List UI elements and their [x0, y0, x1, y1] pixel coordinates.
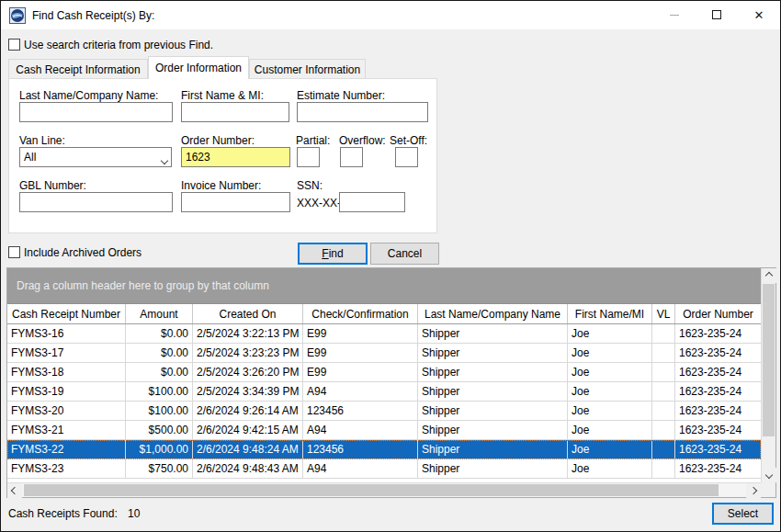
grid-cell[interactable]: E99 [303, 344, 418, 362]
gbl-number-input[interactable] [19, 192, 173, 212]
horizontal-scroll-thumb[interactable] [24, 484, 719, 496]
column-header[interactable]: Created On [193, 304, 303, 323]
vertical-scrollbar[interactable] [761, 268, 775, 482]
grid-cell[interactable]: $0.00 [126, 363, 193, 381]
grid-cell[interactable]: A94 [303, 459, 418, 478]
grid-cell[interactable]: Shipper [418, 344, 568, 362]
table-row[interactable]: FYMS3-23$750.002/6/2024 9:48:43 AMA94Shi… [7, 459, 761, 479]
column-header[interactable]: Amount [126, 304, 193, 323]
grid-cell[interactable]: $100.00 [126, 402, 193, 420]
grid-cell[interactable]: 2/5/2024 3:26:20 PM [193, 363, 303, 381]
grid-cell[interactable]: 1623-235-24 [675, 421, 761, 439]
overflow-input[interactable] [340, 147, 363, 167]
column-header[interactable]: First Name/MI [568, 304, 652, 323]
partial-input[interactable] [297, 147, 320, 167]
table-row[interactable]: FYMS3-16$0.002/5/2024 3:22:13 PME99Shipp… [7, 324, 761, 344]
grid-cell[interactable]: FYMS3-19 [7, 382, 126, 401]
grid-cell[interactable]: Shipper [418, 459, 568, 478]
find-button[interactable]: Find [298, 243, 368, 265]
grid-cell[interactable]: FYMS3-17 [7, 344, 126, 362]
ssn-input[interactable] [339, 192, 405, 212]
grid-cell[interactable]: $1,000.00 [126, 440, 193, 458]
first-name-input[interactable] [181, 102, 289, 122]
vertical-scroll-thumb[interactable] [763, 284, 775, 436]
grid-cell[interactable]: 2/5/2024 3:22:13 PM [193, 324, 303, 343]
grid-cell[interactable]: 1623-235-24 [675, 382, 761, 401]
grid-cell[interactable]: Joe [568, 421, 652, 439]
last-name-input[interactable] [19, 102, 173, 122]
scroll-left-button[interactable] [7, 483, 22, 498]
column-header[interactable]: Check/Confirmation [303, 304, 418, 323]
grid-cell[interactable]: FYMS3-21 [7, 421, 126, 439]
grid-cell[interactable]: Shipper [418, 421, 568, 439]
grid-cell[interactable]: A94 [303, 421, 418, 439]
grid-cell[interactable]: FYMS3-22 [7, 440, 126, 458]
grid-cell[interactable] [652, 402, 675, 420]
column-header[interactable]: Order Number [675, 304, 762, 323]
column-header[interactable]: Last Name/Company Name [418, 304, 568, 323]
grid-cell[interactable]: Joe [568, 440, 652, 458]
tab-customer-information[interactable]: Customer Information [249, 59, 366, 79]
minimize-button[interactable] [653, 1, 696, 28]
grid-cell[interactable]: $0.00 [126, 324, 193, 343]
grid-cell[interactable]: 1623-235-24 [675, 459, 761, 478]
van-line-select[interactable]: All [19, 147, 172, 167]
grid-cell[interactable]: 123456 [303, 440, 418, 458]
invoice-number-input[interactable] [181, 192, 290, 212]
table-row[interactable]: FYMS3-17$0.002/5/2024 3:23:23 PME99Shipp… [7, 344, 761, 363]
table-row[interactable]: FYMS3-20$100.002/6/2024 9:26:14 AM123456… [7, 402, 761, 421]
grid-cell[interactable]: 1623-235-24 [675, 324, 761, 343]
grid-cell[interactable]: Joe [568, 382, 652, 401]
grid-cell[interactable]: 1623-235-24 [675, 344, 761, 362]
close-button[interactable]: ✕ [738, 1, 780, 28]
grid-cell[interactable] [652, 440, 675, 458]
table-row[interactable]: FYMS3-18$0.002/5/2024 3:26:20 PME99Shipp… [7, 363, 761, 382]
tab-cash-receipt-information[interactable]: Cash Receipt Information [8, 59, 148, 79]
grid-cell[interactable]: FYMS3-16 [7, 324, 126, 343]
table-row[interactable]: FYMS3-21$500.002/6/2024 9:42:15 AMA94Shi… [7, 421, 761, 440]
grid-cell[interactable] [652, 382, 675, 401]
group-by-bar[interactable]: Drag a column header here to group by th… [7, 268, 761, 304]
scroll-down-button[interactable] [762, 468, 776, 482]
order-number-input[interactable] [181, 147, 290, 167]
grid-cell[interactable]: 123456 [303, 402, 418, 420]
column-header[interactable]: VL [652, 304, 675, 323]
horizontal-scrollbar[interactable] [7, 482, 761, 497]
grid-cell[interactable]: Joe [568, 402, 652, 420]
grid-cell[interactable]: 2/6/2024 9:26:14 AM [193, 402, 303, 420]
grid-cell[interactable]: 2/6/2024 9:42:15 AM [193, 421, 303, 439]
grid-cell[interactable]: $750.00 [126, 459, 193, 478]
grid-cell[interactable] [652, 421, 675, 439]
grid-cell[interactable]: 2/5/2024 3:23:23 PM [193, 344, 303, 362]
grid-cell[interactable]: 1623-235-24 [675, 440, 761, 458]
maximize-button[interactable] [696, 1, 738, 28]
grid-cell[interactable]: A94 [303, 382, 418, 401]
grid-cell[interactable] [652, 344, 675, 362]
grid-cell[interactable]: FYMS3-20 [7, 402, 126, 420]
grid-cell[interactable]: 1623-235-24 [675, 363, 761, 381]
column-header[interactable]: Cash Receipt Number [7, 304, 126, 323]
grid-cell[interactable]: 2/5/2024 3:34:39 PM [193, 382, 303, 401]
include-archived-orders-checkbox[interactable] [8, 246, 20, 258]
grid-cell[interactable]: E99 [303, 324, 418, 343]
scroll-right-button[interactable] [746, 483, 761, 498]
cancel-button[interactable]: Cancel [370, 243, 439, 265]
grid-cell[interactable]: $100.00 [126, 382, 193, 401]
grid-cell[interactable]: Joe [568, 459, 652, 478]
grid-cell[interactable]: Shipper [418, 324, 568, 343]
table-row[interactable]: FYMS3-22$1,000.002/6/2024 9:48:24 AM1234… [7, 440, 761, 459]
grid-cell[interactable]: $500.00 [126, 421, 193, 439]
grid-cell[interactable]: Shipper [418, 363, 568, 381]
estimate-number-input[interactable] [297, 102, 428, 122]
grid-cell[interactable]: 2/6/2024 9:48:43 AM [193, 459, 303, 478]
grid-cell[interactable] [652, 363, 675, 381]
grid-cell[interactable]: Joe [568, 363, 652, 381]
grid-cell[interactable]: 1623-235-24 [675, 402, 761, 420]
grid-cell[interactable]: FYMS3-18 [7, 363, 126, 381]
grid-cell[interactable]: Joe [568, 324, 652, 343]
grid-cell[interactable]: Joe [568, 344, 652, 362]
tab-order-information[interactable]: Order Information [148, 56, 249, 79]
grid-cell[interactable]: $0.00 [126, 344, 193, 362]
grid-cell[interactable]: 2/6/2024 9:48:24 AM [193, 440, 303, 458]
grid-cell[interactable]: E99 [303, 363, 418, 381]
